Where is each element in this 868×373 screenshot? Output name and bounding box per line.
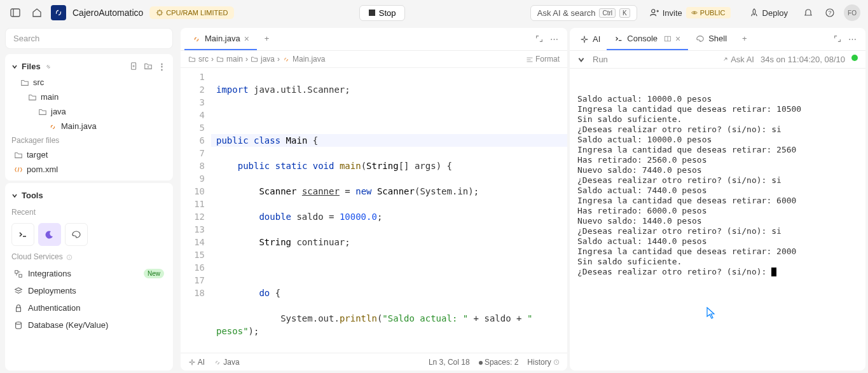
service-database[interactable]: Database (Key/Value) <box>8 316 170 334</box>
service-deployments[interactable]: Deployments <box>8 282 170 299</box>
folder-target[interactable]: target <box>5 147 173 162</box>
folder-icon <box>28 93 37 102</box>
more-icon[interactable]: ⋮ <box>158 62 167 71</box>
recent-label: Recent <box>5 204 173 220</box>
invite-button[interactable]: Invite PUBLIC <box>644 4 737 21</box>
new-folder-icon[interactable] <box>144 62 153 71</box>
stop-button[interactable]: Stop <box>359 5 406 21</box>
java-file-icon <box>192 34 201 43</box>
share-icon <box>721 57 729 64</box>
service-authentication[interactable]: Authentication <box>8 299 170 316</box>
file-main-java[interactable]: Main.java <box>5 119 173 133</box>
java-icon <box>214 358 221 366</box>
console-pane: AI Console × Shell + ⋯ Run <box>570 28 865 370</box>
folder-icon <box>188 55 196 63</box>
link-icon <box>45 63 52 71</box>
java-file-icon <box>48 122 57 131</box>
format-icon <box>526 56 534 64</box>
sidebar-search-input[interactable]: Search <box>5 28 173 49</box>
svg-point-7 <box>651 10 654 13</box>
shell-icon <box>71 229 81 240</box>
status-ai[interactable]: AI <box>188 358 205 367</box>
mouse-cursor-icon <box>706 307 717 320</box>
ask-ai-link[interactable]: Ask AI <box>721 55 754 64</box>
sparkle-icon <box>580 35 589 44</box>
expand-icon[interactable] <box>535 34 544 43</box>
terminal-icon <box>614 34 623 43</box>
tools-panel-header[interactable]: Tools <box>5 187 173 204</box>
cursor-position[interactable]: Ln 3, Col 18 <box>429 358 470 367</box>
tab-console[interactable]: Console × <box>607 29 688 50</box>
moon-icon <box>45 229 55 240</box>
editor-pane: Main.java × + ⋯ src› main› java› Main.ja… <box>181 28 567 370</box>
user-plus-icon <box>650 8 659 17</box>
home-icon[interactable] <box>29 5 45 20</box>
clock-icon <box>553 359 560 365</box>
svg-point-25 <box>16 322 22 324</box>
code-content[interactable]: import java.util.Scanner; public class M… <box>211 68 567 353</box>
eye-icon <box>691 10 698 16</box>
svg-rect-21 <box>19 274 22 276</box>
folder-main[interactable]: main <box>5 90 173 104</box>
java-file-icon <box>282 55 290 63</box>
new-tab-button[interactable]: + <box>257 29 277 50</box>
svg-text:i: i <box>69 255 69 259</box>
run-label[interactable]: Run <box>593 55 608 64</box>
integrations-icon <box>14 269 23 278</box>
split-icon[interactable] <box>664 35 672 43</box>
cpu-icon <box>156 9 163 17</box>
xml-file-icon <box>14 165 23 174</box>
editor-statusbar: AI Java Ln 3, Col 18 Spaces: 2 History <box>181 353 567 370</box>
folder-src[interactable]: src <box>5 75 173 90</box>
folder-icon <box>14 151 23 159</box>
more-icon[interactable]: ⋯ <box>848 34 858 44</box>
folder-icon <box>216 55 224 63</box>
cloud-services-label: Cloud Services i <box>5 248 173 265</box>
new-tab-button[interactable]: + <box>734 29 755 50</box>
more-icon[interactable]: ⋯ <box>550 34 560 44</box>
tab-shell[interactable]: Shell <box>688 29 734 50</box>
code-editor[interactable]: 123456789 10 11 12131415 161718 import j… <box>181 68 567 353</box>
tool-debugger[interactable] <box>38 223 61 246</box>
format-button[interactable]: Format <box>526 55 560 64</box>
folder-icon <box>20 78 29 87</box>
cpu-limited-badge[interactable]: CPU/RAM LIMITED <box>149 6 234 19</box>
console-output[interactable]: Saldo actual: 10000.0 pesosIngresa la ca… <box>570 69 865 370</box>
chevron-down-icon <box>11 193 18 199</box>
svg-rect-24 <box>17 308 21 311</box>
topbar: CajeroAutomatico CPU/RAM LIMITED Stop As… <box>0 0 868 25</box>
tab-main-java[interactable]: Main.java × <box>184 29 257 50</box>
folder-icon <box>38 107 47 116</box>
svg-text:?: ? <box>829 10 832 16</box>
database-icon <box>14 321 23 330</box>
tool-console[interactable] <box>11 223 34 246</box>
close-tab-icon[interactable]: × <box>244 34 249 44</box>
tool-shell[interactable] <box>65 223 88 246</box>
ask-ai-search-button[interactable]: Ask AI & search Ctrl K <box>530 5 637 21</box>
new-file-icon[interactable] <box>130 62 139 71</box>
spaces-indicator[interactable]: Spaces: 2 <box>479 358 519 367</box>
svg-point-10 <box>694 12 696 14</box>
chevron-down-icon <box>11 64 18 70</box>
close-tab-icon[interactable]: × <box>675 34 680 44</box>
folder-java[interactable]: java <box>5 104 173 119</box>
chevron-down-icon[interactable] <box>577 56 585 64</box>
history-button[interactable]: History <box>527 358 560 367</box>
files-panel-header[interactable]: Files ⋮ <box>5 58 173 75</box>
tab-ai[interactable]: AI <box>574 31 607 48</box>
line-gutter: 123456789 10 11 12131415 161718 <box>181 68 211 353</box>
avatar[interactable]: FO <box>844 4 860 21</box>
bell-icon[interactable] <box>801 5 816 20</box>
lock-icon <box>14 304 23 313</box>
deploy-button[interactable]: Deploy <box>743 6 794 20</box>
breadcrumb[interactable]: src› main› java› Main.java <box>188 55 325 64</box>
status-lang[interactable]: Java <box>214 358 240 367</box>
project-icon <box>51 5 66 20</box>
file-pom-xml[interactable]: pom.xml <box>5 162 173 177</box>
sidebar-toggle-icon[interactable] <box>8 5 23 20</box>
help-icon[interactable]: ? <box>822 5 837 20</box>
expand-icon[interactable] <box>833 34 842 43</box>
service-integrations[interactable]: Integrations New <box>8 265 170 282</box>
project-name[interactable]: CajeroAutomatico <box>72 8 143 18</box>
public-badge: PUBLIC <box>686 7 731 18</box>
